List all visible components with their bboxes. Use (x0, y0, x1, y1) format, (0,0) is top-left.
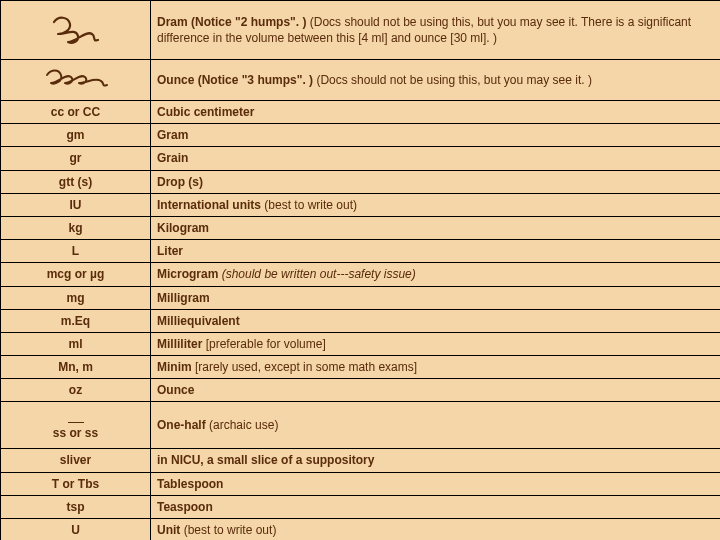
abbrev-cell: oz (1, 379, 151, 402)
abbrev-cell: tsp (1, 495, 151, 518)
meaning-note: (best to write out) (264, 198, 357, 212)
table-row: LLiter (1, 240, 721, 263)
meaning-cell: Dram (Notice "2 humps". ) (Docs should n… (151, 1, 721, 60)
meaning-bold: Dram (Notice "2 humps". ) (157, 15, 310, 29)
ounce-glyph-icon (41, 65, 111, 95)
meaning-bold: Drop (s) (157, 175, 203, 189)
meaning-bold: One-half (157, 418, 209, 432)
ss-overline-symbol (68, 412, 84, 423)
abbrev-text: oz (69, 383, 82, 397)
meaning-cell: Grain (151, 147, 721, 170)
meaning-bold: Minim (157, 360, 195, 374)
meaning-note: (should be written out---safety issue) (222, 267, 416, 281)
meaning-cell: One-half (archaic use) (151, 402, 721, 449)
abbrev-cell: ml (1, 332, 151, 355)
abbrev-cell: mcg or µg (1, 263, 151, 286)
meaning-cell: Ounce (151, 379, 721, 402)
meaning-note: (archaic use) (209, 418, 278, 432)
meaning-bold: International units (157, 198, 264, 212)
table-row: tspTeaspoon (1, 495, 721, 518)
meaning-bold: Teaspoon (157, 500, 213, 514)
meaning-cell: Kilogram (151, 216, 721, 239)
meaning-note: [preferable for volume] (206, 337, 326, 351)
table-row: T or TbsTablespoon (1, 472, 721, 495)
abbrev-cell: m.Eq (1, 309, 151, 332)
meaning-bold: Ounce (157, 383, 194, 397)
meaning-cell: Milliliter [preferable for volume] (151, 332, 721, 355)
abbrev-cell: T or Tbs (1, 472, 151, 495)
meaning-cell: Milligram (151, 286, 721, 309)
meaning-cell: Drop (s) (151, 170, 721, 193)
table-row: cc or CCCubic centimeter (1, 101, 721, 124)
meaning-bold: Kilogram (157, 221, 209, 235)
meaning-cell: International units (best to write out) (151, 193, 721, 216)
meaning-bold: Milliliter (157, 337, 206, 351)
abbrev-text: tsp (67, 500, 85, 514)
abbrev-cell (1, 60, 151, 101)
meaning-bold: Tablespoon (157, 477, 223, 491)
table-row: ozOunce (1, 379, 721, 402)
meaning-bold: Milliequivalent (157, 314, 240, 328)
table-row: mgMilligram (1, 286, 721, 309)
abbrev-text: L (72, 244, 79, 258)
abbrev-cell: IU (1, 193, 151, 216)
meaning-bold: Grain (157, 151, 188, 165)
meaning-note: (best to write out) (184, 523, 277, 537)
meaning-cell: Gram (151, 124, 721, 147)
table-row: mcg or µgMicrogram (should be written ou… (1, 263, 721, 286)
meaning-cell: in NICU, a small slice of a suppository (151, 449, 721, 472)
meaning-bold: Cubic centimeter (157, 105, 254, 119)
table-row: grGrain (1, 147, 721, 170)
abbrev-cell: L (1, 240, 151, 263)
table-row: m.EqMilliequivalent (1, 309, 721, 332)
abbrev-text: mg (67, 291, 85, 305)
abbreviation-table: Dram (Notice "2 humps". ) (Docs should n… (0, 0, 720, 540)
abbrev-cell: ss or ss (1, 402, 151, 449)
abbrev-cell: kg (1, 216, 151, 239)
abbrev-text: gr (70, 151, 82, 165)
dram-glyph-icon (46, 12, 106, 48)
abbrev-cell: gm (1, 124, 151, 147)
meaning-cell: Milliequivalent (151, 309, 721, 332)
abbrev-cell: cc or CC (1, 101, 151, 124)
meaning-bold: Unit (157, 523, 184, 537)
abbrev-text: m.Eq (61, 314, 90, 328)
abbrev-cell: gtt (s) (1, 170, 151, 193)
table-row: gtt (s)Drop (s) (1, 170, 721, 193)
table-row: Ounce (Notice "3 humps". ) (Docs should … (1, 60, 721, 101)
table-row: ss or ssOne-half (archaic use) (1, 402, 721, 449)
meaning-bold: Liter (157, 244, 183, 258)
abbrev-text: ss or ss (53, 426, 98, 440)
meaning-bold: Ounce (Notice "3 humps". ) (157, 73, 316, 87)
meaning-cell: Cubic centimeter (151, 101, 721, 124)
abbrev-cell: U (1, 519, 151, 541)
abbrev-text: kg (68, 221, 82, 235)
abbrev-text: gm (67, 128, 85, 142)
abbrev-cell: Mn, m (1, 356, 151, 379)
meaning-cell: Minim [rarely used, except in some math … (151, 356, 721, 379)
meaning-bold: Microgram (157, 267, 222, 281)
table-row: kgKilogram (1, 216, 721, 239)
meaning-cell: Unit (best to write out) (151, 519, 721, 541)
table-row: UUnit (best to write out) (1, 519, 721, 541)
abbrev-cell (1, 1, 151, 60)
meaning-cell: Ounce (Notice "3 humps". ) (Docs should … (151, 60, 721, 101)
meaning-bold: Milligram (157, 291, 210, 305)
abbrev-cell: sliver (1, 449, 151, 472)
table-row: sliverin NICU, a small slice of a suppos… (1, 449, 721, 472)
table-row: IUInternational units (best to write out… (1, 193, 721, 216)
abbrev-text: ml (68, 337, 82, 351)
table-row: gmGram (1, 124, 721, 147)
meaning-cell: Tablespoon (151, 472, 721, 495)
abbrev-cell: gr (1, 147, 151, 170)
table-row: Mn, mMinim [rarely used, except in some … (1, 356, 721, 379)
meaning-bold: Gram (157, 128, 188, 142)
abbrev-text: Mn, m (58, 360, 93, 374)
table-row: Dram (Notice "2 humps". ) (Docs should n… (1, 1, 721, 60)
abbrev-text: U (71, 523, 80, 537)
abbrev-cell: mg (1, 286, 151, 309)
meaning-cell: Microgram (should be written out---safet… (151, 263, 721, 286)
table-row: mlMilliliter [preferable for volume] (1, 332, 721, 355)
meaning-cell: Liter (151, 240, 721, 263)
meaning-note: (Docs should not be using this, but you … (316, 73, 591, 87)
